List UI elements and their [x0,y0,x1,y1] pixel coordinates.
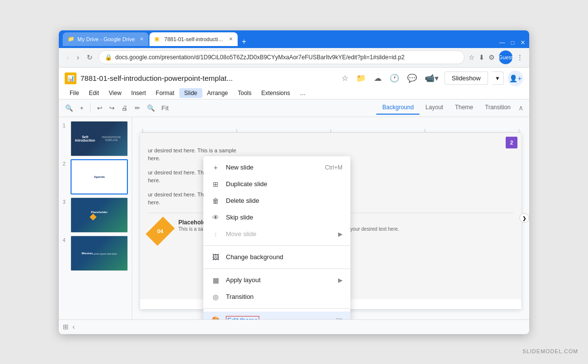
slideshow-dropdown-button[interactable]: ▾ [492,72,504,85]
slide-preview-2[interactable]: Agenda [71,159,128,194]
menu-skip-slide[interactable]: 👁 Skip slide [203,209,350,226]
menu-change-background[interactable]: 🖼 Change background [203,249,350,266]
reload-button[interactable]: ↻ [85,52,95,62]
minimize-button[interactable]: — [499,39,505,46]
profile-label: Guest [498,54,513,60]
apply-layout-label: Apply layout [226,276,261,284]
menu-extensions[interactable]: Extensions [256,88,295,98]
back-button[interactable]: ‹ [65,52,71,62]
panel-collapse-button[interactable]: ∧ [516,102,525,114]
watermark: SLIDEMODEL.COM [522,348,578,354]
tab-layout[interactable]: Layout [419,101,449,115]
move-slide-icon: ↕ [211,230,220,239]
print-button[interactable]: 🖨 [119,103,130,113]
slide-num-3: 3 [63,197,69,205]
add-button[interactable]: + [77,103,86,113]
menu-apply-layout[interactable]: ▦ Apply layout ▶ [203,272,350,289]
menu-file[interactable]: File [65,88,84,98]
menu-duplicate-slide[interactable]: ⊞ Duplicate slide [203,176,350,193]
delete-slide-icon: 🗑 [211,196,220,205]
undo-button[interactable]: ↩ [95,103,105,113]
zoom-out-button[interactable]: 🔍 [63,103,75,113]
delete-slide-label: Delete slide [226,197,259,204]
browser-window: 📁 My Drive - Google Drive ✕ ▣ 7881-01-se… [59,30,529,334]
slide-thumb-4[interactable]: 4 Mission Lorem ipsum text here [63,236,128,271]
slide-thumb-3[interactable]: 3 Placeholder [63,197,128,233]
toolbar: 🔍 + ↩ ↪ 🖨 ✏ 🔍 Fit Background Layout Them… [59,99,529,117]
star-icon[interactable]: ☆ [340,73,350,84]
more-button[interactable]: ⋮ [516,53,523,61]
menu-more[interactable]: … [295,88,311,98]
fit-button[interactable]: Fit [159,103,171,113]
profile-button[interactable]: Guest [499,50,513,64]
doc-title[interactable]: 7881-01-self-introduction-powerpoint-tem… [80,74,336,82]
forward-button[interactable]: › [75,52,81,62]
slide-thumb-2[interactable]: 2 Agenda [63,159,128,194]
cloud-icon[interactable]: ☁ [372,73,384,84]
slide-thumb-1[interactable]: 1 Self Introduction PRESENTATION TEMPLAT… [63,121,128,156]
duplicate-slide-label: Duplicate slide [226,180,268,188]
tab1-close[interactable]: ✕ [140,36,144,42]
menu-move-slide[interactable]: ↕ Move slide ▶ [203,226,350,243]
address-icons: ☆ ⬇ ⚙ Guest ⋮ [468,50,523,64]
right-collapse-button[interactable]: ❯ [519,213,529,223]
grid-view-button[interactable]: ⊞ [63,323,69,331]
menu-slide[interactable]: Slide [179,88,202,98]
bookmark-icon[interactable]: ☆ [468,53,475,61]
slides-panel: 1 Self Introduction PRESENTATION TEMPLAT… [59,117,132,319]
camera-icon[interactable]: 📹▾ [423,73,441,84]
tab2-close[interactable]: ✕ [229,36,233,42]
menu-arrange[interactable]: Arrange [202,88,233,98]
menu-tools[interactable]: Tools [233,88,256,98]
menu-new-slide[interactable]: + New slide Ctrl+M [203,159,350,176]
zoom-in-button[interactable]: 🔍 [145,103,157,113]
tab-theme[interactable]: Theme [449,101,479,115]
dropdown-section-4: 🎨 Edit theme ☞ 🎭 Change theme [203,309,350,319]
comment-icon[interactable]: 💬 [405,73,419,84]
url-bar[interactable]: 🔒 docs.google.com/presentation/d/1D9CiL0… [98,50,465,64]
header-icons: ☆ 📁 ☁ 🕐 💬 📹▾ Slideshow ▾ 👤+ [340,71,523,86]
close-button[interactable]: ✕ [520,39,525,46]
menu-insert[interactable]: Insert [126,88,151,98]
new-slide-shortcut: Ctrl+M [325,164,343,171]
slide-preview-4[interactable]: Mission Lorem ipsum text here [71,236,128,271]
bottom-icons: ⊞ ‹ [63,323,75,331]
app-icon: 📊 [65,73,76,84]
panel-tabs: Background Layout Theme Transition ∧ [376,101,525,115]
redo-button[interactable]: ↪ [107,103,117,113]
tab-active[interactable]: ▣ 7881-01-self-introduction-powe... ✕ [149,32,238,46]
menu-view[interactable]: View [104,88,126,98]
maximize-button[interactable]: □ [511,39,514,46]
add-person-button[interactable]: 👤+ [508,71,523,86]
change-background-icon: 🖼 [211,253,220,262]
menu-delete-slide[interactable]: 🗑 Delete slide [203,193,350,209]
tab-background[interactable]: Background [376,101,419,115]
slide-num-2: 2 [63,159,69,167]
address-bar: ‹ › ↻ 🔒 docs.google.com/presentation/d/1… [59,48,529,68]
duplicate-slide-icon: ⊞ [211,180,220,189]
arrow-left-button[interactable]: ‹ [73,323,75,331]
app-icon-symbol: 📊 [67,75,74,82]
tab1-title: My Drive - Google Drive [77,36,135,42]
move-slide-arrow: ▶ [338,231,343,238]
slide-num-4: 4 [63,236,69,243]
history-icon[interactable]: 🕐 [388,73,401,84]
download-icon[interactable]: ⬇ [479,53,485,61]
tab-inactive[interactable]: 📁 My Drive - Google Drive ✕ [63,32,148,46]
new-tab-button[interactable]: + [239,37,249,46]
slide-preview-1[interactable]: Self Introduction PRESENTATION TEMPLATE [71,121,128,156]
menu-transition[interactable]: ◎ Transition [203,289,350,305]
cursor-hand: ☞ [336,315,343,319]
menu-edit-theme[interactable]: 🎨 Edit theme ☞ [203,312,350,319]
transition-label: Transition [226,293,254,300]
slide-preview-3[interactable]: Placeholder [71,197,128,233]
folder-icon[interactable]: 📁 [354,73,368,84]
bottom-bar: ⊞ ‹ [59,319,529,334]
tab-transition[interactable]: Transition [479,101,516,115]
menu-edit[interactable]: Edit [84,88,104,98]
skip-slide-label: Skip slide [226,214,253,221]
paint-button[interactable]: ✏ [132,103,143,113]
extension-icon[interactable]: ⚙ [489,53,495,61]
menu-format[interactable]: Format [151,88,179,98]
slideshow-button[interactable]: Slideshow [444,72,488,85]
